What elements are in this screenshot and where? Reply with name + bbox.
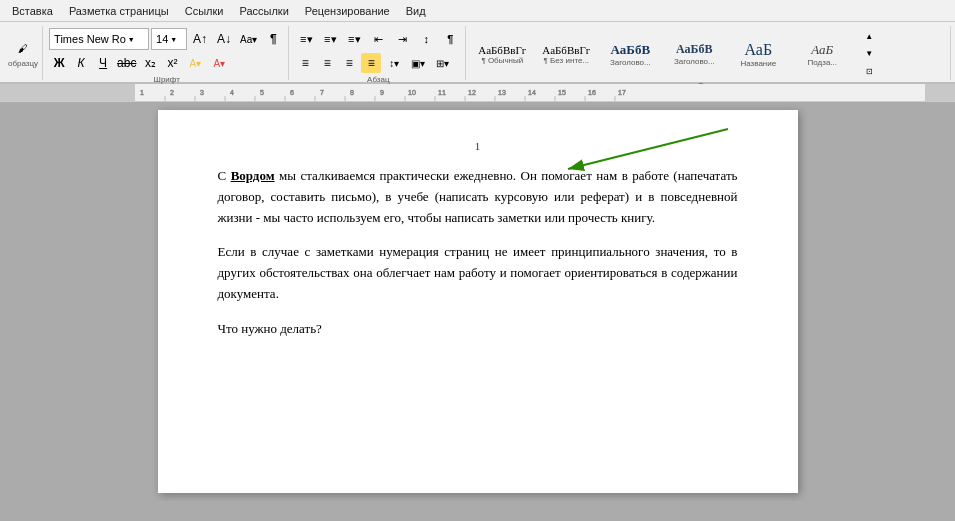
show-formatting-btn[interactable]: ¶ xyxy=(262,28,284,50)
font-color-btn[interactable]: A▾ xyxy=(208,52,230,74)
svg-text:17: 17 xyxy=(618,89,626,96)
svg-text:4: 4 xyxy=(230,89,234,96)
font-group-label: Шрифт xyxy=(49,74,284,84)
multilevel-list-btn[interactable]: ≡▾ xyxy=(343,28,365,50)
superscript-btn[interactable]: x² xyxy=(162,53,182,73)
strikethrough-btn[interactable]: abc xyxy=(115,53,138,73)
styles-scroll-up-btn[interactable]: ▲ xyxy=(858,28,880,45)
line-spacing-btn[interactable]: ↕▾ xyxy=(383,52,405,74)
style-title-btn[interactable]: АаБ Название xyxy=(728,28,788,80)
svg-text:16: 16 xyxy=(588,89,596,96)
bold-btn[interactable]: Ж xyxy=(49,53,69,73)
svg-text:6: 6 xyxy=(290,89,294,96)
styles-more-btn[interactable]: ⊡ xyxy=(858,63,880,80)
menu-rassylki[interactable]: Рассылки xyxy=(231,3,296,19)
sort-btn[interactable]: ↕ xyxy=(415,28,437,50)
svg-text:5: 5 xyxy=(260,89,264,96)
show-all-marks-btn[interactable]: ¶ xyxy=(439,28,461,50)
font-shrink-btn[interactable]: A↓ xyxy=(213,28,235,50)
svg-text:2: 2 xyxy=(170,89,174,96)
svg-text:8: 8 xyxy=(350,89,354,96)
ruler: 1 2 3 4 5 6 7 8 9 10 11 12 13 14 15 16 1… xyxy=(0,84,955,102)
shading-btn[interactable]: ▣▾ xyxy=(407,52,429,74)
style-normal-btn[interactable]: АаБбВвГг ¶ Обычный xyxy=(472,28,532,80)
page: 1 С Вордом мы сталкиваемся практически е… xyxy=(158,110,798,493)
page-number: 1 xyxy=(218,140,738,152)
clear-format-btn[interactable]: Aa▾ xyxy=(237,28,260,50)
style-subtitle-btn[interactable]: АаБ Подза... xyxy=(792,28,852,80)
paragraph-2: Если в случае с заметками нумерация стра… xyxy=(218,242,738,304)
menu-ssylki[interactable]: Ссылки xyxy=(177,3,232,19)
menu-razmetka[interactable]: Разметка страницы xyxy=(61,3,177,19)
bullets-btn[interactable]: ≡▾ xyxy=(295,28,317,50)
font-grow-btn[interactable]: A↑ xyxy=(189,28,211,50)
svg-text:14: 14 xyxy=(528,89,536,96)
subscript-btn[interactable]: x₂ xyxy=(140,53,160,73)
increase-indent-btn[interactable]: ⇥ xyxy=(391,28,413,50)
align-left-btn[interactable]: ≡ xyxy=(295,53,315,73)
svg-text:7: 7 xyxy=(320,89,324,96)
numbering-btn[interactable]: ≡▾ xyxy=(319,28,341,50)
vordом-word: Вордом xyxy=(231,168,275,183)
svg-text:3: 3 xyxy=(200,89,204,96)
align-justify-btn[interactable]: ≡ xyxy=(361,53,381,73)
svg-text:12: 12 xyxy=(468,89,476,96)
style-heading1-btn[interactable]: АаБбВ Заголово... xyxy=(600,28,660,80)
ruler-ticks: 1 2 3 4 5 6 7 8 9 10 11 12 13 14 15 16 1… xyxy=(135,84,925,102)
document-area: 1 С Вордом мы сталкиваемся практически е… xyxy=(0,102,955,501)
svg-text:1: 1 xyxy=(140,89,144,96)
menu-vid[interactable]: Вид xyxy=(398,3,434,19)
obrazcu-label: образцу xyxy=(8,59,38,68)
document-text[interactable]: С Вордом мы сталкиваемся практически еже… xyxy=(218,166,738,340)
align-right-btn[interactable]: ≡ xyxy=(339,53,359,73)
svg-text:10: 10 xyxy=(408,89,416,96)
style-heading2-btn[interactable]: АаБбВ Заголово... xyxy=(664,28,724,80)
highlight-color-btn[interactable]: A▾ xyxy=(184,52,206,74)
align-center-btn[interactable]: ≡ xyxy=(317,53,337,73)
svg-text:9: 9 xyxy=(380,89,384,96)
menu-recenzirovanie[interactable]: Рецензирование xyxy=(297,3,398,19)
style-no-spacing-btn[interactable]: АаБбВвГг ¶ Без инте... xyxy=(536,28,596,80)
font-size-selector[interactable]: 14 ▼ xyxy=(151,28,187,50)
paragraph-1: С Вордом мы сталкиваемся практически еже… xyxy=(218,166,738,228)
menu-vstavka[interactable]: Вставка xyxy=(4,3,61,19)
svg-text:15: 15 xyxy=(558,89,566,96)
paragraph-group-label: Абзац xyxy=(295,74,461,84)
menu-bar: Вставка Разметка страницы Ссылки Рассылк… xyxy=(0,0,955,22)
underline-btn[interactable]: Ч xyxy=(93,53,113,73)
styles-scroll-down-btn[interactable]: ▼ xyxy=(858,45,880,62)
font-name-selector[interactable]: Times New Ro ▼ xyxy=(49,28,149,50)
italic-btn[interactable]: К xyxy=(71,53,91,73)
ribbon: 🖌 образцу Times New Ro ▼ 14 ▼ A↑ A↓ Aa▾ … xyxy=(0,22,955,84)
format-painter-btn[interactable]: 🖌 xyxy=(8,39,38,59)
svg-text:13: 13 xyxy=(498,89,506,96)
svg-text:11: 11 xyxy=(438,89,446,96)
borders-btn[interactable]: ⊞▾ xyxy=(431,52,453,74)
decrease-indent-btn[interactable]: ⇤ xyxy=(367,28,389,50)
paragraph-3: Что нужно делать? xyxy=(218,319,738,340)
